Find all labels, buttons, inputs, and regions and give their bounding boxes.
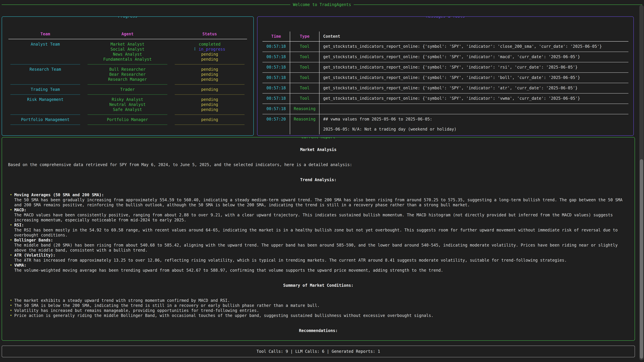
message-type: Tool <box>290 52 320 62</box>
app-title: Welcome to TradingAgents <box>293 2 351 7</box>
status-cell: completed⠇in_progresspendingpending <box>173 42 246 62</box>
message-type: Tool <box>290 93 320 104</box>
agent-status: pending <box>173 52 246 57</box>
report-bullet-item: •RSI:The RSI has been mostly in the 54.9… <box>8 223 628 238</box>
message-row: 00:57:18Toolget_stockstats_indicators_re… <box>262 73 628 83</box>
message-time: 00:57:18 <box>262 83 290 93</box>
agent-status: ⠇in_progress <box>173 47 246 52</box>
report-sections: Trend Analysis:•Moving Averages (50 SMA … <box>8 177 628 341</box>
sep-agent <box>88 114 167 119</box>
message-type: Tool <box>290 41 320 52</box>
message-type: Reasoning <box>290 114 320 134</box>
column-header-team: Team <box>8 31 82 36</box>
message-row: 00:57:18Toolget_stockstats_indicators_re… <box>262 41 628 52</box>
spinner-icon: ⠇ <box>194 47 197 52</box>
group-separator <box>8 122 247 127</box>
report-bullet-item: •Moving Averages (50 SMA and 200 SMA):Th… <box>8 192 628 207</box>
report-bullet-list: •The market exhibits a steady upward tre… <box>8 298 628 318</box>
message-type: Tool <box>290 83 320 93</box>
bullet-text: Volatility has increased but remains man… <box>14 308 628 313</box>
message-type: Reasoning <box>290 104 320 114</box>
message-content: get_stockstats_indicators_report_online:… <box>320 62 628 72</box>
tradingagents-app: Welcome to TradingAgents Progress Team A… <box>0 0 644 362</box>
bullet-icon: • <box>10 313 12 318</box>
team-cell: Analyst Team <box>8 42 82 62</box>
report-bullet-item: •The 50 SMA is below the 200 SMA, indica… <box>8 303 628 308</box>
report-intro: Based on the comprehensive data retrieve… <box>8 162 628 167</box>
agent-cell: Market AnalystSocial AnalystNews Analyst… <box>86 42 170 62</box>
message-content: get_stockstats_indicators_report_online:… <box>320 83 628 93</box>
progress-table: Team Agent Status Analyst TeamMarket Ana… <box>2 17 254 127</box>
bullet-icon: • <box>10 303 12 308</box>
report-bullet-item: •MACD:The MACD values have been consiste… <box>8 207 628 223</box>
message-content: ## vwma values from 2025-05-06 to 2025-0… <box>320 114 628 134</box>
progress-table-body: Analyst TeamMarket AnalystSocial Analyst… <box>8 39 247 127</box>
message-row: 00:57:18Toolget_stockstats_indicators_re… <box>262 93 628 104</box>
report-section-heading: Trend Analysis: <box>8 177 628 182</box>
column-header-content: Content <box>320 31 628 41</box>
agent-status: pending <box>173 72 246 77</box>
agent-name: Social Analyst <box>86 47 170 52</box>
agent-name: Safe Analyst <box>86 107 170 112</box>
sep-status <box>175 64 244 69</box>
column-header-agent: Agent <box>86 31 170 36</box>
sep-agent <box>88 94 167 99</box>
report-bullet-item: •VWMA:The volume-weighted moving average… <box>8 263 628 273</box>
report-panel-title: Current Report <box>299 137 338 139</box>
message-time: 00:57:18 <box>262 93 290 104</box>
report-section-heading: Summary of Market Conditions: <box>8 283 628 288</box>
bullet-text: Price action is generally riding the mid… <box>14 313 628 318</box>
bullet-icon: • <box>10 223 12 228</box>
stats-bar: Tool Calls: 9 | LLM Calls: 6 | Generated… <box>2 346 635 357</box>
message-content: get_stockstats_indicators_report_online:… <box>320 41 628 52</box>
message-row: 00:57:18Toolget_stockstats_indicators_re… <box>262 83 628 93</box>
sep-agent <box>88 84 167 89</box>
messages-table-body: 00:57:18Toolget_stockstats_indicators_re… <box>262 41 628 134</box>
agent-name: News Analyst <box>86 52 170 57</box>
bullet-text: The 50 SMA has been gradually increasing… <box>14 197 628 207</box>
report-bullet-item: •Volatility has increased but remains ma… <box>8 308 628 313</box>
welcome-rule: Welcome to TradingAgents <box>2 1 642 8</box>
bullet-term: VWMA: <box>14 263 628 268</box>
group-separator <box>8 112 247 117</box>
top-panels-row: Progress Team Agent Status Analyst TeamM… <box>2 16 642 136</box>
message-row: 00:57:20Reasoning## vwma values from 202… <box>262 114 628 134</box>
bullet-term: Moving Averages (50 SMA and 200 SMA): <box>14 192 628 197</box>
sep-status <box>175 84 244 89</box>
progress-panel-title: Progress <box>116 16 140 18</box>
bullet-icon: • <box>10 263 12 268</box>
bullet-text: The market exhibits a steady upward tren… <box>14 298 628 303</box>
progress-group: Analyst TeamMarket AnalystSocial Analyst… <box>8 42 247 62</box>
agent-name: Bear Researcher <box>86 72 170 77</box>
report-panel: Current Report Market Analysis Based on … <box>2 137 635 341</box>
agent-status: pending <box>173 107 246 112</box>
bullet-term: MACD: <box>14 207 628 213</box>
progress-table-header: Team Agent Status <box>8 17 247 36</box>
sep-agent <box>88 64 167 69</box>
sep-status <box>175 94 244 99</box>
bullet-text: The 50 SMA is below the 200 SMA, indicat… <box>14 303 628 308</box>
bullet-text: The MACD values have been consistently p… <box>14 213 628 223</box>
sep-team <box>10 124 80 130</box>
group-separator <box>8 82 247 87</box>
column-header-time: Time <box>262 31 290 41</box>
bullet-text: The ATR has increased from approximately… <box>14 258 628 263</box>
bullet-term: ATR (Volatility): <box>14 253 628 258</box>
agent-status: pending <box>173 102 246 107</box>
message-row: 00:57:18Toolget_stockstats_indicators_re… <box>262 62 628 73</box>
sep-team <box>10 114 80 119</box>
scrollbar-track[interactable] <box>639 5 644 360</box>
report-bullet-item: •ATR (Volatility):The ATR has increased … <box>8 253 628 263</box>
report-main-heading: Market Analysis <box>8 147 628 152</box>
bullet-term: RSI: <box>14 223 628 228</box>
stats-text: Tool Calls: 9 | LLM Calls: 6 | Generated… <box>256 349 380 354</box>
message-type: Tool <box>290 73 320 83</box>
message-time: 00:57:18 <box>262 52 290 62</box>
message-time: 00:57:18 <box>262 73 290 83</box>
message-time: 00:57:18 <box>262 41 290 52</box>
scrollbar-thumb[interactable] <box>640 159 643 359</box>
agent-name: Fundamentals Analyst <box>86 57 170 62</box>
report-bullet-item: •Bollinger Bands:The middle band (20 SMA… <box>8 238 628 253</box>
group-separator <box>8 92 247 97</box>
message-row: 00:57:18Reasoning <box>262 104 628 114</box>
